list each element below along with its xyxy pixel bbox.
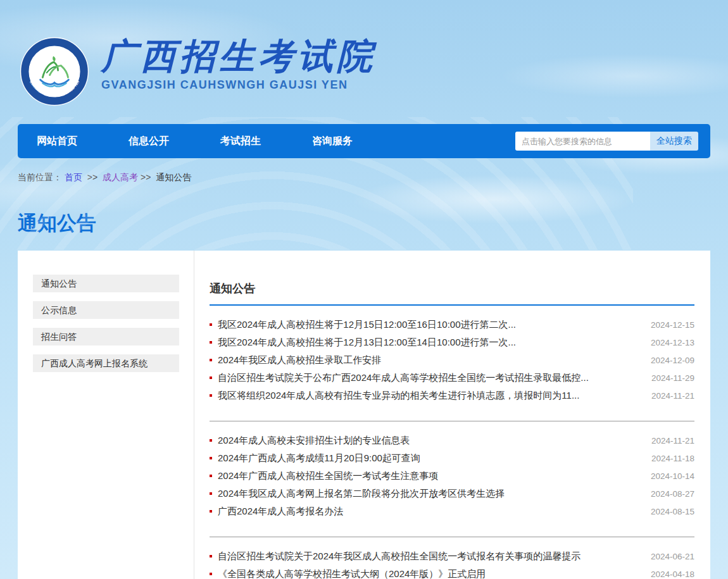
announcement-row[interactable]: 2024年广西成人高考成绩11月20日9:00起可查询 2024-11-18 xyxy=(210,449,694,467)
announcement-title[interactable]: 2024年广西成人高校招生全国统一考试考生注意事项 xyxy=(218,470,651,482)
announcement-list-section: 通知公告 我区2024年成人高校招生将于12月15日12:00至16日10:00… xyxy=(194,251,710,579)
section-heading: 通知公告 xyxy=(210,281,694,306)
bullet-icon xyxy=(210,359,212,361)
announcement-date: 2024-11-18 xyxy=(651,454,694,463)
sidebar: 通知公告 公示信息 招生问答 广西成人高考网上报名系统 xyxy=(18,251,194,579)
bullet-icon xyxy=(210,323,212,326)
announcement-title[interactable]: 2024年我区成人高校招生录取工作安排 xyxy=(218,354,651,366)
sidebar-item-online-registration[interactable]: 广西成人高考网上报名系统 xyxy=(33,354,179,372)
announcement-row[interactable]: 《全国各类成人高等学校招生考试大纲（2024年版）》正式启用 2024-04-1… xyxy=(210,565,694,579)
announcement-title[interactable]: 2024年广西成人高考成绩11月20日9:00起可查询 xyxy=(218,452,651,464)
announcement-title[interactable]: 2024年成人高校未安排招生计划的专业信息表 xyxy=(218,435,651,447)
breadcrumb-current: 通知公告 xyxy=(156,172,191,182)
bullet-icon xyxy=(210,377,212,379)
announcement-date: 2024-12-15 xyxy=(651,320,694,330)
announcement-group: 我区2024年成人高校招生将于12月15日12:00至16日10:00进行第二次… xyxy=(210,316,694,404)
site-header: 广西招生考试院 GVANGJSIH CAUHSWNGH GAUJSI YEN 广… xyxy=(0,0,728,124)
announcement-group: 自治区招生考试院关于2024年我区成人高校招生全国统一考试报名有关事项的温馨提示… xyxy=(210,547,694,579)
search-bar: 全站搜索 xyxy=(515,132,698,151)
sidebar-item-admission-qa[interactable]: 招生问答 xyxy=(33,328,179,346)
bullet-icon xyxy=(210,555,212,557)
announcement-title[interactable]: 我区将组织2024年成人高校有招生专业异动的相关考生进行补填志愿，填报时间为11… xyxy=(218,390,651,402)
page-title: 通知公告 xyxy=(18,210,728,237)
announcement-row[interactable]: 2024年我区成人高考网上报名第二阶段将分批次开放考区供考生选择 2024-08… xyxy=(210,485,694,502)
announcement-row[interactable]: 广西2024年成人高考报名办法 2024-08-15 xyxy=(210,502,694,520)
bullet-icon xyxy=(210,439,212,442)
breadcrumb-label: 当前位置： xyxy=(18,172,62,182)
announcement-date: 2024-08-27 xyxy=(651,489,694,499)
announcement-date: 2024-10-14 xyxy=(651,471,694,481)
announcement-row[interactable]: 2024年成人高校未安排招生计划的专业信息表 2024-11-21 xyxy=(210,432,694,449)
announcement-title[interactable]: 广西2024年成人高考报名办法 xyxy=(218,506,651,518)
announcement-title[interactable]: 我区2024年成人高校招生将于12月13日12:00至14日10:00进行第一次… xyxy=(218,337,651,349)
announcement-date: 2024-04-18 xyxy=(651,570,694,579)
announcement-date: 2024-12-09 xyxy=(651,356,694,365)
announcement-title[interactable]: 自治区招生考试院关于2024年我区成人高校招生全国统一考试报名有关事项的温馨提示 xyxy=(218,551,651,563)
announcement-row[interactable]: 自治区招生考试院关于2024年我区成人高校招生全国统一考试报名有关事项的温馨提示… xyxy=(210,547,694,565)
sidebar-item-public-info[interactable]: 公示信息 xyxy=(33,301,179,319)
announcement-row[interactable]: 自治区招生考试院关于公布广西2024年成人高等学校招生全国统一考试招生录取最低控… xyxy=(210,369,694,387)
bullet-icon xyxy=(210,492,212,495)
breadcrumb-separator: >> xyxy=(141,172,151,182)
announcement-title[interactable]: 自治区招生考试院关于公布广西2024年成人高等学校招生全国统一考试招生录取最低控… xyxy=(218,372,651,384)
announcement-row[interactable]: 2024年我区成人高校招生录取工作安排 2024-12-09 xyxy=(210,351,694,369)
content-panel: 通知公告 公示信息 招生问答 广西成人高考网上报名系统 通知公告 我区2024年… xyxy=(18,251,710,579)
announcement-date: 2024-08-15 xyxy=(651,507,694,516)
bullet-icon xyxy=(210,394,212,397)
announcement-date: 2024-06-21 xyxy=(651,552,694,561)
announcement-date: 2024-11-29 xyxy=(651,373,694,383)
announcement-date: 2024-12-13 xyxy=(651,338,694,347)
announcement-title[interactable]: 《全国各类成人高等学校招生考试大纲（2024年版）》正式启用 xyxy=(218,568,651,579)
breadcrumb-separator: >> xyxy=(87,172,97,182)
announcement-row[interactable]: 我区2024年成人高校招生将于12月13日12:00至14日10:00进行第一次… xyxy=(210,333,694,351)
bullet-icon xyxy=(210,510,212,513)
announcement-row[interactable]: 我区将组织2024年成人高校有招生专业异动的相关考生进行补填志愿，填报时间为11… xyxy=(210,387,694,404)
announcement-group: 2024年成人高校未安排招生计划的专业信息表 2024-11-21 2024年广… xyxy=(210,432,694,520)
bullet-icon xyxy=(210,341,212,344)
nav-item-home[interactable]: 网站首页 xyxy=(37,135,77,148)
site-logo: 广西招生考试院 GVANGJSIH CAUHSWNGH GAUJSI YEN xyxy=(19,36,90,107)
announcement-date: 2024-11-21 xyxy=(651,436,694,445)
announcement-row[interactable]: 我区2024年成人高校招生将于12月15日12:00至16日10:00进行第二次… xyxy=(210,316,694,333)
nav-item-info-disclosure[interactable]: 信息公开 xyxy=(129,135,169,148)
nav-items: 网站首页 信息公开 考试招生 咨询服务 xyxy=(18,135,404,148)
sidebar-item-notices[interactable]: 通知公告 xyxy=(33,275,179,292)
page: 广西招生考试院 GVANGJSIH CAUHSWNGH GAUJSI YEN 广… xyxy=(0,0,728,579)
breadcrumb-link-adult-exam[interactable]: 成人高考 xyxy=(103,172,138,182)
announcement-row[interactable]: 2024年广西成人高校招生全国统一考试考生注意事项 2024-10-14 xyxy=(210,467,694,485)
announcement-date: 2024-11-21 xyxy=(651,391,694,401)
nav-item-consulting-service[interactable]: 咨询服务 xyxy=(312,135,353,148)
group-divider xyxy=(210,421,694,421)
breadcrumb-link-home[interactable]: 首页 xyxy=(65,172,82,182)
site-name: 广西招生考试院 xyxy=(101,35,376,76)
announcement-title[interactable]: 2024年我区成人高考网上报名第二阶段将分批次开放考区供考生选择 xyxy=(218,488,651,500)
bullet-icon xyxy=(210,573,212,575)
main-navbar: 网站首页 信息公开 考试招生 咨询服务 全站搜索 xyxy=(18,124,710,158)
bullet-icon xyxy=(210,475,212,477)
search-input[interactable] xyxy=(515,132,650,151)
group-divider xyxy=(210,537,694,537)
site-name-latin: GVANGJSIH CAUHSWNGH GAUJSI YEN xyxy=(101,78,376,92)
site-title-block: 广西招生考试院 GVANGJSIH CAUHSWNGH GAUJSI YEN xyxy=(101,35,376,92)
nav-item-exam-admission[interactable]: 考试招生 xyxy=(220,135,261,148)
site-search-button[interactable]: 全站搜索 xyxy=(650,132,698,151)
announcement-title[interactable]: 我区2024年成人高校招生将于12月15日12:00至16日10:00进行第二次… xyxy=(218,319,651,331)
bullet-icon xyxy=(210,457,212,459)
breadcrumb: 当前位置： 首页 >> 成人高考>> 通知公告 xyxy=(18,172,710,184)
